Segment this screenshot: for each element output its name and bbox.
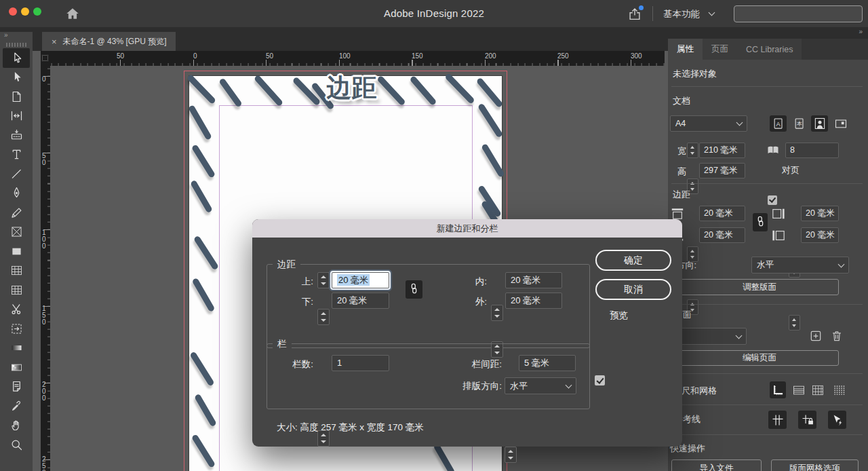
panel-tabs: 属性页面CC Libraries <box>668 39 868 60</box>
add-page-icon[interactable] <box>809 329 823 343</box>
gutter-field[interactable]: 5 毫米 <box>519 355 576 371</box>
ok-button[interactable]: 确定 <box>595 250 671 271</box>
ruler-label: 150 <box>42 305 48 326</box>
hand-tool[interactable] <box>3 416 30 436</box>
direct-selection-tool[interactable] <box>3 68 30 88</box>
dialog-title-bar[interactable]: 新建边距和分栏 <box>252 219 682 238</box>
workspace-label: 基本功能 <box>663 9 700 19</box>
column-count-field[interactable]: 1 <box>332 355 389 371</box>
smart-guides-icon[interactable] <box>828 411 846 429</box>
gutter-stepper[interactable] <box>505 447 517 463</box>
lock-guides-icon[interactable] <box>798 411 816 429</box>
top-margin-field[interactable]: 20 毫米 <box>332 272 389 288</box>
vertical-ruler[interactable]: 050100150200250 <box>41 66 50 471</box>
width-label: 宽 <box>677 145 686 157</box>
column-count-label: 栏数: <box>277 358 313 371</box>
inside-margin-field[interactable]: 20 毫米 <box>801 206 839 221</box>
panel-tab-属性[interactable]: 属性 <box>668 39 703 60</box>
brush-stroke <box>191 434 216 468</box>
writing-direction-select[interactable]: 水平 <box>751 257 849 274</box>
panel-menu-icon[interactable]: » <box>668 27 868 39</box>
import-file-button[interactable]: 导入文件 <box>671 459 762 471</box>
page-count-field[interactable]: 8 <box>785 143 839 158</box>
pen-tool[interactable] <box>3 184 30 204</box>
facing-pages-label: 对页 <box>782 164 800 176</box>
document-tab[interactable]: × 未命名-1 @ 43% [GPU 预览] <box>42 32 176 51</box>
brush-stroke <box>191 144 216 178</box>
ruler-corner-icon[interactable] <box>770 381 786 398</box>
landscape-orientation-icon[interactable] <box>832 115 849 132</box>
adjust-layout-button[interactable]: 调整版面 <box>680 279 839 295</box>
free-transform-tool[interactable] <box>3 319 30 339</box>
vertical-grid-tool[interactable] <box>3 280 30 300</box>
outside-margin-icon <box>771 229 786 245</box>
brush-stroke <box>190 180 213 214</box>
inside-margin-icon <box>771 207 786 223</box>
bottom-margin-field[interactable]: 20 毫米 <box>332 293 389 309</box>
content-collector-tool[interactable] <box>3 126 30 145</box>
vertical-grid-icon2[interactable] <box>831 381 847 398</box>
outside-margin-stepper[interactable] <box>789 315 800 331</box>
width-field[interactable]: 210 毫米 <box>699 143 745 158</box>
gradient-tool[interactable] <box>3 339 30 358</box>
horizontal-grid-tool[interactable] <box>3 261 30 281</box>
workspace-switcher[interactable]: 基本功能 <box>663 8 700 20</box>
type-tool[interactable] <box>3 145 30 165</box>
document-grid-icon[interactable] <box>810 381 826 398</box>
tools-collapse-icon[interactable]: » <box>0 32 33 40</box>
link-margins-button[interactable] <box>753 213 768 231</box>
inside-margin-stepper[interactable] <box>491 305 503 321</box>
height-field[interactable]: 297 毫米 <box>699 163 745 178</box>
close-tab-icon[interactable]: × <box>52 37 57 47</box>
search-input[interactable] <box>734 5 863 22</box>
edit-pages-button[interactable]: 编辑页面 <box>680 350 839 366</box>
preview-checkbox[interactable] <box>595 375 605 385</box>
rectangle-tool[interactable] <box>3 242 30 261</box>
selection-tool[interactable] <box>3 48 30 68</box>
delete-page-icon[interactable] <box>830 328 844 343</box>
divider <box>671 304 863 305</box>
ruler-label: 0 <box>193 52 197 60</box>
width-stepper[interactable] <box>687 143 698 158</box>
page-size-select[interactable]: A4 <box>670 115 747 132</box>
ruler-label: 200 <box>485 52 496 60</box>
ruler-origin[interactable] <box>41 51 50 66</box>
bottom-margin-field[interactable]: 20 毫米 <box>699 227 745 243</box>
pencil-tool[interactable] <box>3 203 30 223</box>
guides-icon[interactable] <box>768 411 787 429</box>
gap-tool[interactable] <box>3 107 30 126</box>
bottom-margin-stepper[interactable] <box>317 309 330 325</box>
top-margin-field[interactable]: 20 毫米 <box>699 206 745 221</box>
tools-panel: » <box>0 32 33 471</box>
baseline-grid-icon[interactable] <box>791 381 807 398</box>
document-tab-label: 未命名-1 @ 43% [GPU 预览] <box>63 36 167 48</box>
line-tool[interactable] <box>3 164 30 184</box>
gradient-feather-tool[interactable] <box>3 358 30 377</box>
outside-margin-field[interactable]: 20 毫米 <box>505 293 562 309</box>
brush-stroke <box>186 74 216 105</box>
note-tool[interactable] <box>3 377 30 397</box>
cancel-button[interactable]: 取消 <box>595 279 671 300</box>
horizontal-ruler[interactable]: 0050050100150200250300 <box>41 51 665 66</box>
frame-tool[interactable] <box>3 223 30 242</box>
top-margin-stepper[interactable] <box>317 272 330 288</box>
inside-margin-field[interactable]: 20 毫米 <box>505 272 562 288</box>
portrait-orientation-icon[interactable] <box>811 115 828 132</box>
writing-direction-select[interactable]: 水平 <box>505 377 576 394</box>
link-margins-button[interactable] <box>406 280 422 299</box>
scissors-tool[interactable] <box>3 300 30 320</box>
panel-tab-CC Libraries[interactable]: CC Libraries <box>737 39 802 60</box>
ruler-label: 200 <box>42 381 48 402</box>
writing-direction-label: 排版方向: <box>434 380 502 392</box>
tools-grip-icon[interactable] <box>6 43 26 47</box>
layout-grid-options-button[interactable]: 版面网格选项 <box>771 459 859 471</box>
page-tool[interactable] <box>3 87 30 107</box>
eyedropper-tool[interactable] <box>3 396 30 416</box>
margins-legend: 边距 <box>273 259 300 271</box>
font-frame-icon[interactable]: A <box>770 115 787 132</box>
zoom-tool[interactable] <box>3 435 30 455</box>
cjk-frame-icon[interactable]: 本 <box>791 115 808 132</box>
panel-tab-页面[interactable]: 页面 <box>703 39 737 60</box>
outside-margin-field[interactable]: 20 毫米 <box>801 227 839 243</box>
facing-pages-checkbox[interactable] <box>768 195 777 205</box>
